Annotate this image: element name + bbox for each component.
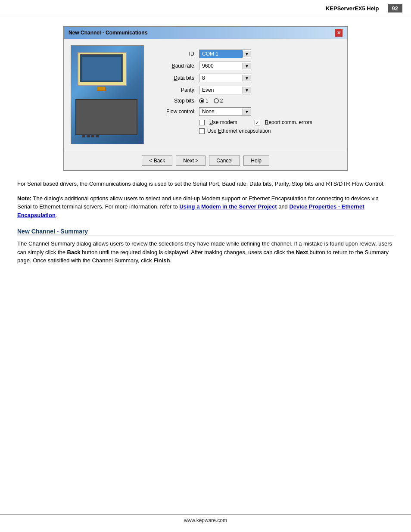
stop-bits-1-label: 1 (206, 98, 209, 104)
screen-graphic (80, 54, 123, 82)
summary-body: The Channel Summary dialog allows users … (17, 240, 394, 265)
parity-label: Parity: (153, 87, 196, 93)
dialog-form: ID: COM 1 ▼ Baud rate: 9600 ▼ Da (153, 45, 340, 144)
data-bits-dropdown-arrow[interactable]: ▼ (243, 75, 251, 81)
summary-text-2: button until the required dialog is disp… (81, 249, 296, 255)
flow-control-row: Flow control: None ▼ (153, 107, 340, 116)
note-label: Note: (17, 195, 31, 202)
data-bits-select[interactable]: 8 ▼ (199, 74, 251, 82)
stop-bits-1-radio[interactable] (199, 98, 204, 103)
link-modem[interactable]: Using a Modem in the Server Project (179, 203, 277, 210)
ethernet-encap-label: Use Ethernet encapsulation (207, 128, 271, 134)
flow-control-label: Flow control: (153, 109, 196, 115)
link-end: . (56, 212, 57, 218)
stop-bits-row: Stop bits: 1 2 (153, 98, 340, 104)
bar1 (82, 107, 85, 137)
baud-rate-value: 9600 (199, 62, 243, 70)
ethernet-encap-row: Use Ethernet encapsulation (153, 128, 340, 134)
baud-rate-select[interactable]: 9600 ▼ (199, 62, 251, 70)
data-bits-row: Data bits: 8 ▼ (153, 74, 340, 82)
help-title: KEPServerEX5 Help (326, 5, 379, 12)
data-bits-label: Data bits: (153, 75, 196, 81)
report-errors-item[interactable]: Report comm. errors (255, 119, 312, 125)
cancel-button[interactable]: Cancel (209, 156, 240, 166)
stop-bits-2-radio[interactable] (214, 98, 219, 103)
summary-next-bold: Next (296, 249, 308, 255)
use-modem-checkbox[interactable] (199, 120, 205, 125)
footer-url: www.kepware.com (184, 517, 227, 523)
dialog-close-button[interactable]: ✕ (335, 29, 342, 37)
bar4 (96, 122, 99, 137)
id-label: ID: (153, 51, 196, 57)
main-content: New Channel - Communications ✕ (0, 17, 411, 274)
use-modem-item[interactable]: Use modem (199, 119, 237, 125)
serial-description: For Serial based drivers, the Communicat… (17, 180, 394, 188)
flow-control-dropdown-arrow[interactable]: ▼ (243, 109, 251, 115)
page-header: KEPServerEX5 Help 92 (0, 0, 411, 17)
screen-inner (82, 57, 121, 81)
ethernet-encap-checkbox[interactable] (199, 128, 205, 134)
help-button[interactable]: Help (243, 156, 269, 166)
bar2 (87, 114, 90, 137)
dialog-window: New Channel - Communications ✕ (63, 26, 348, 171)
page-footer: www.kepware.com (0, 514, 411, 523)
parity-row: Parity: Even ▼ (153, 86, 340, 94)
back-button[interactable]: < Back (142, 156, 172, 166)
report-errors-checkbox[interactable] (255, 120, 260, 125)
summary-finish-bold: Finish (153, 257, 170, 264)
link-between: and (277, 203, 290, 210)
stop-bits-1-option[interactable]: 1 (199, 98, 209, 104)
id-value: COM 1 (199, 50, 243, 58)
report-errors-label: Report comm. errors (265, 119, 312, 125)
body-paragraph-1: For Serial based drivers, the Communicat… (17, 180, 394, 188)
bars-graphic (80, 105, 101, 140)
connector-graphic (97, 87, 106, 91)
page-number: 92 (388, 4, 402, 12)
parity-dropdown-arrow[interactable]: ▼ (243, 87, 251, 93)
summary-text-4: . (170, 257, 172, 264)
next-button[interactable]: Next > (176, 156, 206, 166)
dialog-title: New Channel - Communications (68, 30, 147, 36)
modem-errors-row: Use modem Report comm. errors (153, 119, 340, 125)
stop-bits-label: Stop bits: (153, 98, 196, 104)
stop-bits-2-option[interactable]: 2 (214, 98, 223, 104)
flow-control-value: None (199, 108, 243, 115)
flow-control-select[interactable]: None ▼ (199, 107, 251, 116)
stop-bits-2-label: 2 (220, 98, 223, 104)
data-bits-value: 8 (199, 74, 243, 82)
dialog-titlebar: New Channel - Communications ✕ (64, 27, 347, 39)
dialog-footer: < Back Next > Cancel Help (64, 151, 347, 170)
id-dropdown-arrow[interactable]: ▼ (243, 51, 251, 57)
note-paragraph: Note: The dialog's additional options al… (17, 194, 394, 220)
bar3 (91, 118, 95, 137)
baud-rate-row: Baud rate: 9600 ▼ (153, 62, 340, 70)
dialog-illustration (71, 45, 144, 144)
baud-rate-dropdown-arrow[interactable]: ▼ (243, 63, 251, 69)
baud-rate-label: Baud rate: (153, 63, 196, 69)
parity-select[interactable]: Even ▼ (199, 86, 251, 94)
stop-bits-options: 1 2 (199, 98, 223, 104)
use-modem-label: Use modem (209, 119, 237, 125)
id-select[interactable]: COM 1 ▼ (199, 50, 251, 58)
parity-value: Even (199, 86, 243, 94)
summary-heading: New Channel - Summary (17, 228, 394, 236)
summary-section: New Channel - Summary The Channel Summar… (17, 228, 394, 265)
summary-back-bold: Back (67, 249, 81, 255)
dialog-body: ID: COM 1 ▼ Baud rate: 9600 ▼ Da (64, 39, 347, 151)
id-row: ID: COM 1 ▼ (153, 50, 340, 58)
